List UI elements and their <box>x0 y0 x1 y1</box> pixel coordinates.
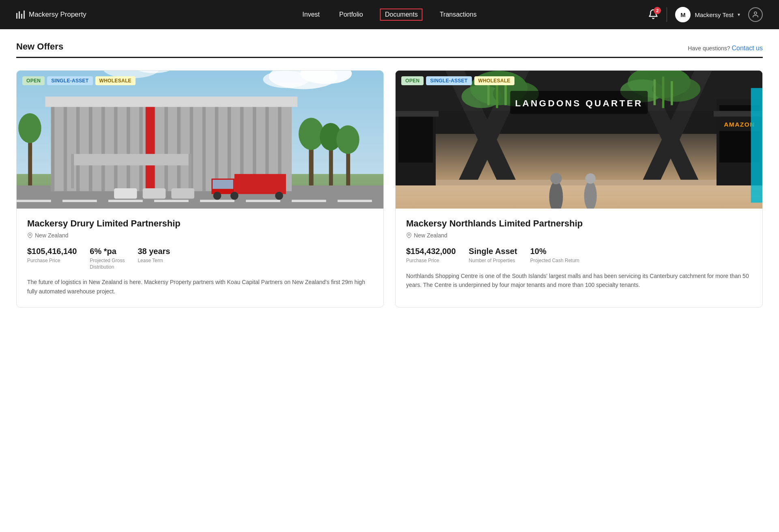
stat-value-properties-n: Single Asset <box>469 247 517 256</box>
navbar-right: 2 M Mackersy Test ▾ <box>648 7 763 22</box>
stat-distribution-drury: 6% *pa Projected Gross Distribution <box>90 247 125 270</box>
profile-icon-button[interactable] <box>748 7 763 22</box>
mall-illustration: AMAZON LANGDONS QUARTER <box>396 71 762 209</box>
stat-cash-return-northlands: 10% Projected Cash Return <box>530 247 579 264</box>
badge-open-2: OPEN <box>401 76 424 85</box>
stat-value-cash-return: 10% <box>530 247 579 256</box>
svg-rect-21 <box>89 105 92 191</box>
card-stats-drury: $105,416,140 Purchase Price 6% *pa Proje… <box>27 247 373 270</box>
warehouse-illustration <box>17 71 383 209</box>
stat-purchase-price-northlands: $154,432,000 Purchase Price <box>406 247 456 264</box>
svg-rect-41 <box>71 154 74 188</box>
svg-rect-32 <box>228 105 231 191</box>
location-icon-northlands <box>406 233 412 238</box>
svg-rect-16 <box>338 200 372 202</box>
svg-rect-28 <box>177 105 181 191</box>
badge-single-asset: SINGLE-ASSET <box>47 76 93 85</box>
stat-value-purchase-n: $154,432,000 <box>406 247 456 256</box>
nav-invest[interactable]: Invest <box>300 9 322 20</box>
stat-label-cash-return: Projected Cash Return <box>530 258 579 264</box>
card-badges-northlands: OPEN SINGLE-ASSET WHOLESALE <box>401 76 514 85</box>
svg-rect-59 <box>171 188 194 198</box>
notifications-button[interactable]: 2 <box>648 9 658 21</box>
svg-rect-24 <box>127 105 130 191</box>
svg-point-55 <box>230 192 239 200</box>
svg-rect-53 <box>213 180 233 189</box>
logo-text: Mackersy Property <box>29 11 86 19</box>
svg-rect-12 <box>154 200 189 202</box>
nav-documents[interactable]: Documents <box>380 9 423 21</box>
stat-value-lease: 38 years <box>138 247 170 256</box>
stat-num-properties-northlands: Single Asset Number of Properties <box>469 247 517 264</box>
card-body-drury: Mackersy Drury Limited Partnership New Z… <box>17 209 383 307</box>
svg-rect-106 <box>671 81 673 105</box>
card-location-drury: New Zealand <box>27 232 373 239</box>
svg-point-0 <box>754 12 757 14</box>
svg-text:LANGDONS QUARTER: LANGDONS QUARTER <box>515 98 643 108</box>
location-text-drury: New Zealand <box>35 232 69 239</box>
page-header: New Offers Have questions? Contact us <box>16 29 763 58</box>
svg-rect-19 <box>64 105 67 191</box>
contact-area: Have questions? Contact us <box>688 45 763 52</box>
svg-point-4 <box>263 71 309 88</box>
svg-rect-101 <box>487 82 490 106</box>
svg-rect-58 <box>143 188 166 198</box>
card-image-drury: OPEN SINGLE-ASSET WHOLESALE <box>17 71 383 209</box>
card-stats-northlands: $154,432,000 Purchase Price Single Asset… <box>406 247 752 264</box>
card-title-drury: Mackersy Drury Limited Partnership <box>27 218 373 229</box>
person-icon <box>752 11 759 18</box>
offer-card-drury[interactable]: OPEN SINGLE-ASSET WHOLESALE <box>16 70 384 308</box>
card-description-drury: The future of logistics in New Zealand i… <box>27 278 373 296</box>
stat-label-distribution: Projected Gross Distribution <box>90 258 125 270</box>
svg-rect-13 <box>200 200 235 202</box>
logo-icon <box>16 11 25 19</box>
svg-point-95 <box>550 173 562 184</box>
svg-rect-30 <box>202 105 206 191</box>
badge-open: OPEN <box>22 76 45 85</box>
notification-badge: 2 <box>654 7 661 14</box>
svg-rect-18 <box>51 105 54 191</box>
stat-value-distribution: 6% *pa <box>90 247 125 256</box>
svg-rect-22 <box>101 105 105 191</box>
badge-single-asset-2: SINGLE-ASSET <box>426 76 471 85</box>
svg-rect-10 <box>62 200 97 202</box>
offers-grid: OPEN SINGLE-ASSET WHOLESALE <box>16 70 763 324</box>
contact-link[interactable]: Contact us <box>732 45 763 52</box>
card-body-northlands: Mackersy Northlands Limited Partnership … <box>396 209 762 301</box>
svg-point-48 <box>336 125 359 154</box>
svg-rect-104 <box>654 80 656 106</box>
svg-point-62 <box>29 234 31 236</box>
svg-rect-87 <box>436 111 722 185</box>
svg-rect-105 <box>662 77 665 108</box>
svg-point-107 <box>408 234 410 236</box>
svg-rect-51 <box>235 174 286 194</box>
contact-question: Have questions? <box>688 45 732 52</box>
svg-rect-103 <box>504 84 507 106</box>
main-content: New Offers Have questions? Contact us OP… <box>0 29 779 532</box>
badge-wholesale-2: WHOLESALE <box>474 76 514 85</box>
svg-point-84 <box>652 77 701 102</box>
svg-rect-42 <box>189 154 192 188</box>
card-title-northlands: Mackersy Northlands Limited Partnership <box>406 218 752 229</box>
svg-rect-25 <box>139 105 142 191</box>
user-name: Mackersy Test <box>695 11 734 18</box>
svg-point-97 <box>585 173 596 183</box>
stat-value-purchase: $105,416,140 <box>27 247 77 256</box>
offer-card-northlands[interactable]: OPEN SINGLE-ASSET WHOLESALE <box>395 70 763 308</box>
user-menu[interactable]: M Mackersy Test ▾ <box>675 7 740 22</box>
nav-transactions[interactable]: Transactions <box>437 9 479 20</box>
card-location-northlands: New Zealand <box>406 232 752 239</box>
svg-rect-27 <box>164 105 168 191</box>
svg-rect-14 <box>246 200 280 202</box>
svg-text:AMAZON: AMAZON <box>724 121 755 128</box>
card-description-northlands: Northlands Shopping Centre is one of the… <box>406 271 752 290</box>
badge-wholesale: WHOLESALE <box>95 76 136 85</box>
stat-label-lease: Lease Term <box>138 258 170 264</box>
svg-point-44 <box>299 118 324 150</box>
svg-rect-9 <box>17 200 51 202</box>
svg-rect-39 <box>45 97 298 107</box>
chevron-down-icon: ▾ <box>738 12 740 17</box>
nav-portfolio[interactable]: Portfolio <box>337 9 366 20</box>
page-title: New Offers <box>16 41 63 52</box>
svg-rect-100 <box>751 88 762 203</box>
